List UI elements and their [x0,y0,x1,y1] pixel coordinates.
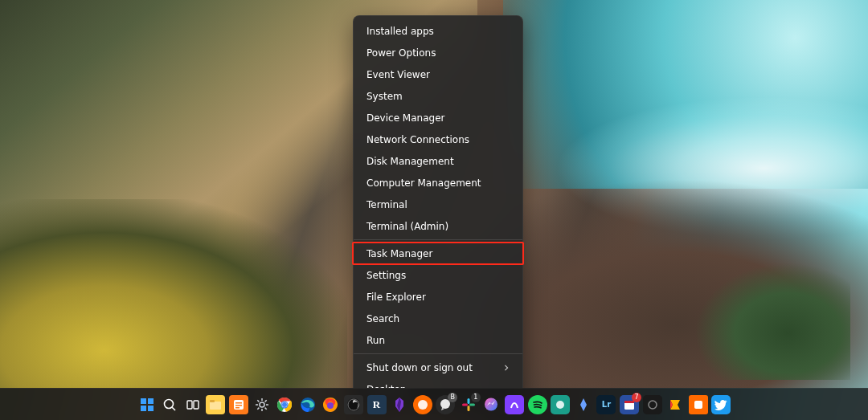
spotify-icon[interactable] [528,395,547,414]
edge-icon[interactable] [298,395,317,414]
svg-rect-34 [467,398,469,404]
app-blue-icon[interactable] [574,395,593,414]
svg-line-20 [264,407,266,409]
svg-rect-8 [210,402,221,410]
twitter-icon[interactable] [711,395,731,414]
menu-shut-down-sign-out[interactable]: Shut down or sign out [354,357,522,378]
svg-point-29 [327,402,334,409]
svg-line-5 [172,407,175,410]
chat-app-icon[interactable]: B [436,395,455,414]
chevron-right-icon [503,362,510,373]
messenger-icon[interactable] [481,395,501,414]
menu-power-options[interactable]: Power Options [354,42,522,63]
svg-rect-7 [194,401,199,409]
svg-point-26 [282,402,287,407]
notification-badge: 7 [632,393,641,402]
menu-settings[interactable]: Settings [354,264,522,286]
app-dark-icon[interactable] [643,395,662,414]
app-gold-icon[interactable] [665,395,685,414]
menu-installed-apps[interactable]: Installed apps [354,20,522,42]
svg-point-32 [418,400,428,410]
search-icon[interactable] [160,395,179,414]
menu-disk-management[interactable]: Disk Management [354,150,522,172]
svg-rect-0 [141,398,146,404]
file-explorer-icon[interactable] [206,395,225,414]
app-teal-icon[interactable] [551,395,570,414]
menu-separator [354,239,522,240]
svg-point-39 [556,401,564,409]
menu-terminal-admin[interactable]: Terminal (Admin) [354,215,522,237]
notification-badge: 1 [471,393,481,402]
svg-point-14 [260,402,264,407]
app-2-icon[interactable] [689,395,708,414]
app-purple-icon[interactable] [505,395,524,414]
menu-system[interactable]: System [354,85,522,107]
svg-rect-6 [187,401,192,409]
svg-line-21 [257,407,259,409]
svg-rect-2 [141,406,146,411]
svg-rect-35 [469,403,475,406]
svg-rect-37 [462,403,468,406]
menu-file-explorer[interactable]: File Explorer [354,286,522,308]
menu-run[interactable]: Run [354,329,522,351]
svg-point-38 [485,398,497,410]
start-icon[interactable] [137,395,157,414]
winx-context-menu: Installed apps Power Options Event Viewe… [353,15,523,405]
notification-badge: B [448,393,457,402]
wallpaper-grass [0,199,347,388]
svg-rect-36 [467,406,469,411]
svg-rect-13 [235,407,240,409]
obsidian-icon[interactable] [390,395,409,414]
menu-terminal[interactable]: Terminal [354,194,522,215]
menu-event-viewer[interactable]: Event Viewer [354,63,522,85]
svg-point-4 [165,399,174,408]
menu-device-manager[interactable]: Device Manager [354,107,522,128]
menu-computer-management[interactable]: Computer Management [354,172,522,194]
wallpaper-shrub [694,263,850,380]
chrome-icon[interactable] [275,395,294,414]
browser-orange-icon[interactable] [229,395,248,414]
menu-task-manager[interactable]: Task Manager [353,243,523,264]
menu-search[interactable]: Search [354,308,522,329]
task-view-icon[interactable] [183,395,203,414]
firefox-icon[interactable] [321,395,340,414]
slack-icon[interactable]: 1 [459,395,478,414]
notes-orange-icon[interactable] [413,395,432,414]
lightroom-icon[interactable]: Lr [596,395,616,414]
menu-separator [354,353,522,354]
svg-rect-12 [235,405,242,406]
app-r-icon[interactable]: R [367,395,387,414]
calendar-icon[interactable]: 7 [620,395,639,414]
menu-network-connections[interactable]: Network Connections [354,128,522,150]
svg-line-19 [257,400,259,402]
settings-icon[interactable] [252,395,272,414]
obs-icon[interactable] [344,395,363,414]
svg-rect-11 [235,402,242,404]
svg-rect-9 [210,400,215,402]
svg-line-22 [264,400,266,402]
svg-rect-3 [148,406,154,411]
svg-rect-43 [694,401,702,409]
taskbar: R B 1 Lr 7 [0,388,868,420]
svg-rect-1 [148,398,154,404]
svg-point-42 [649,401,657,409]
